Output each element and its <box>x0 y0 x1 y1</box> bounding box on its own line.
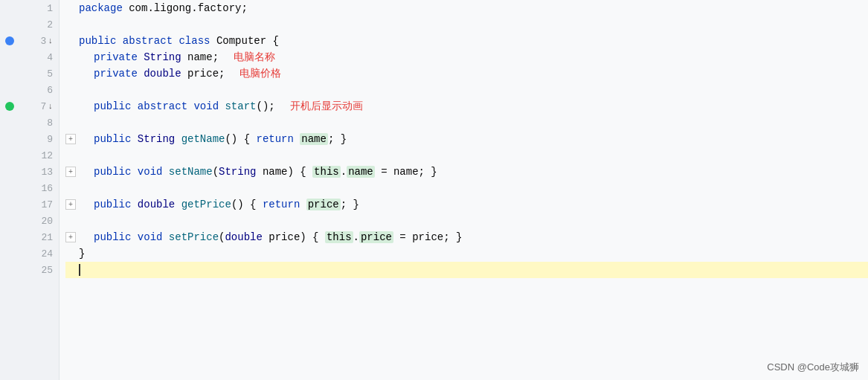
keyword-void-13: void <box>138 166 163 178</box>
var-price-17: price <box>306 199 341 210</box>
line-9: 9 <box>0 131 59 147</box>
type-string-9: String <box>138 133 175 145</box>
keyword-public-9: public <box>94 133 131 145</box>
code-area: 1 2 3 ↓ 4 5 <box>0 0 868 380</box>
line-12: 12 <box>0 147 59 164</box>
field-price: price; <box>187 68 225 80</box>
code-line-17: + public double getPrice() { return pric… <box>65 196 868 213</box>
annotation-start: 开机后显示动画 <box>290 100 363 113</box>
annotation-name: 电脑名称 <box>234 51 275 64</box>
code-line-12 <box>65 147 868 164</box>
var-price-21: price <box>359 231 393 243</box>
line-24: 24 <box>0 245 59 262</box>
assign-price-21: price; } <box>412 231 462 243</box>
method-start: start <box>225 100 256 112</box>
keyword-private-5: private <box>94 68 138 80</box>
param-name-13: name) { <box>263 166 306 178</box>
code-line-2 <box>65 16 868 33</box>
keyword-void-7: void <box>193 100 219 112</box>
type-double-17: double <box>138 199 175 210</box>
collapse-13[interactable]: + <box>65 167 76 177</box>
editor-container: 1 2 3 ↓ 4 5 <box>0 0 868 380</box>
method-setprice: setPrice <box>169 231 219 243</box>
annotation-price: 电脑价格 <box>239 67 281 80</box>
breakpoint-3 <box>5 36 14 45</box>
code-line-6 <box>65 82 868 98</box>
code-line-9: + public String getName() { return name;… <box>65 131 868 147</box>
method-getprice: getPrice <box>181 199 231 210</box>
line-1: 1 <box>0 0 59 16</box>
code-line-25 <box>65 262 868 278</box>
keyword-return-9: return <box>256 133 293 145</box>
code-line-4: private String name; 电脑名称 <box>65 49 868 65</box>
code-line-13: + public void setName(String name) { thi… <box>65 164 868 180</box>
code-line-5: private double price; 电脑价格 <box>65 65 868 82</box>
line-7: 7 ↓ <box>0 98 59 115</box>
keyword-class: class <box>179 35 210 47</box>
keyword-abstract-7: abstract <box>138 100 187 112</box>
close-brace: } <box>79 248 85 260</box>
line-5: 5 <box>0 65 59 82</box>
line-17: 17 <box>0 196 59 213</box>
assign-name-13: name; } <box>393 166 437 178</box>
code-line-7: public abstract void start(); 开机后显示动画 <box>65 98 868 115</box>
line-8: 8 <box>0 115 59 131</box>
code-line-20 <box>65 213 868 229</box>
package-name: com.ligong.factory; <box>129 2 248 14</box>
line-3: 3 ↓ <box>0 33 59 49</box>
type-double-21: double <box>225 231 262 243</box>
line-21: 21 <box>0 229 59 245</box>
line-25: 25 <box>0 262 59 278</box>
keyword-public-13: public <box>94 166 131 178</box>
keyword-abstract-3: abstract <box>123 35 173 47</box>
keyword-public-7: public <box>94 100 131 112</box>
keyword-this-21: this <box>325 231 353 243</box>
keyword-private-4: private <box>94 51 138 63</box>
type-double: double <box>144 68 181 80</box>
code-line-21: + public void setPrice(double price) { t… <box>65 229 868 245</box>
type-string-13: String <box>219 166 256 178</box>
line-13: 13 <box>0 164 59 180</box>
line-16: 16 <box>0 180 59 196</box>
line-20: 20 <box>0 213 59 229</box>
code-line-8 <box>65 115 868 131</box>
collapse-17[interactable]: + <box>65 199 76 210</box>
code-line-1: package com.ligong.factory; <box>65 0 868 16</box>
keyword-public-3: public <box>79 35 116 47</box>
code-line-24: } <box>65 245 868 262</box>
text-cursor <box>79 264 80 276</box>
keyword-this-13: this <box>312 166 341 178</box>
keyword-public-21: public <box>94 231 131 243</box>
code-line-3: public abstract class Computer { <box>65 33 868 49</box>
breakpoint-7 <box>5 102 14 111</box>
param-price-21: price) { <box>269 231 318 243</box>
line-4: 4 <box>0 49 59 65</box>
keyword-void-21: void <box>138 231 163 243</box>
type-string: String <box>144 51 181 63</box>
var-name-9: name <box>300 133 328 145</box>
keyword-package: package <box>79 2 123 14</box>
line-numbers: 1 2 3 ↓ 4 5 <box>0 0 60 380</box>
collapse-21[interactable]: + <box>65 232 76 242</box>
field-name: name; <box>187 51 219 63</box>
var-name-13: name <box>347 166 375 178</box>
method-getname: getName <box>181 133 225 145</box>
start-parens: (); <box>256 100 274 112</box>
keyword-return-17: return <box>263 199 300 210</box>
code-content: package com.ligong.factory; public abstr… <box>60 0 868 380</box>
method-setname: setName <box>169 166 213 178</box>
line-2: 2 <box>0 16 59 33</box>
collapse-9[interactable]: + <box>65 134 76 144</box>
keyword-public-17: public <box>94 199 131 210</box>
line-6: 6 <box>0 82 59 98</box>
code-line-16 <box>65 180 868 196</box>
watermark: CSDN @Code攻城狮 <box>767 361 859 374</box>
class-name-computer: Computer { <box>216 35 279 47</box>
